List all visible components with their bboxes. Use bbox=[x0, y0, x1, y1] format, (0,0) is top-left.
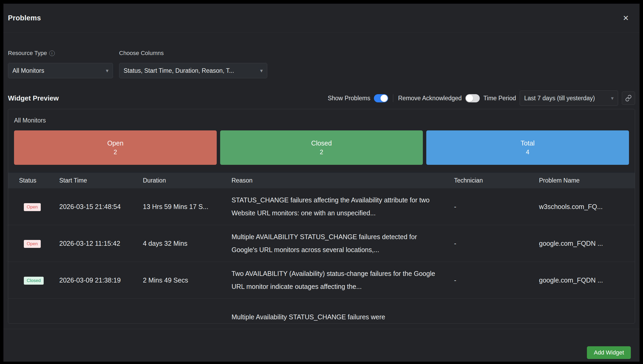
column-header-start-time: Start Time bbox=[59, 177, 143, 184]
close-icon[interactable]: ✕ bbox=[620, 12, 632, 24]
time-period-label: Time Period bbox=[483, 95, 516, 102]
column-header-status: Status bbox=[19, 177, 59, 184]
summary-cards: Open 2 Closed 2 Total 4 bbox=[14, 130, 629, 165]
remove-acknowledged-label: Remove Acknowledged bbox=[398, 95, 461, 102]
form-row: Resource Type i All Monitors ▾ Choose Co… bbox=[8, 50, 635, 78]
panel-title: All Monitors bbox=[8, 109, 635, 124]
show-problems-toggle[interactable] bbox=[374, 94, 388, 102]
table-row[interactable]: Closed 2026-03-09 21:38:19 2 Mins 49 Sec… bbox=[8, 262, 635, 299]
start-time-cell: 2026-03-09 21:38:19 bbox=[59, 276, 143, 284]
card-label: Closed bbox=[311, 139, 332, 147]
technician-cell: - bbox=[454, 240, 539, 247]
reason-cell: Multiple AVAILABILITY STATUS_CHANGE fail… bbox=[232, 230, 454, 256]
card-count: 2 bbox=[320, 149, 323, 156]
card-label: Open bbox=[107, 139, 123, 147]
table-row[interactable]: Open 2026-03-15 21:48:54 13 Hrs 59 Mins … bbox=[8, 188, 635, 225]
total-summary-card[interactable]: Total 4 bbox=[426, 130, 629, 165]
technician-cell: - bbox=[454, 203, 539, 211]
info-icon: i bbox=[49, 51, 55, 56]
card-label: Total bbox=[521, 139, 535, 147]
choose-columns-label-text: Choose Columns bbox=[119, 50, 164, 57]
dialog-title: Problems bbox=[8, 14, 41, 22]
table-row[interactable]: Multiple Availability STATUS_CHANGE fail… bbox=[8, 299, 635, 324]
show-problems-label: Show Problems bbox=[328, 95, 370, 102]
preview-controls: Show Problems Remove Acknowledged Time P… bbox=[328, 90, 635, 106]
remove-acknowledged-toggle[interactable] bbox=[465, 94, 480, 102]
time-period-value: Last 7 days (till yesterday) bbox=[524, 95, 595, 102]
dialog-footer: Add Widget bbox=[3, 329, 640, 362]
choose-columns-field: Choose Columns Status, Start Time, Durat… bbox=[119, 50, 267, 78]
duration-cell: 4 days 32 Mins bbox=[143, 240, 232, 247]
chevron-down-icon: ▾ bbox=[106, 67, 108, 74]
add-widget-button[interactable]: Add Widget bbox=[587, 346, 631, 359]
toggle-knob bbox=[466, 95, 473, 102]
card-count: 2 bbox=[114, 149, 117, 156]
column-header-technician: Technician bbox=[454, 177, 539, 184]
resource-type-label-text: Resource Type bbox=[8, 50, 47, 57]
duration-cell: 2 Mins 49 Secs bbox=[143, 276, 232, 284]
choose-columns-value: Status, Start Time, Duration, Reason, T.… bbox=[124, 67, 234, 74]
table-row[interactable]: Open 2026-03-12 11:15:42 4 days 32 Mins … bbox=[8, 225, 635, 262]
time-period-select[interactable]: Last 7 days (till yesterday) ▾ bbox=[520, 90, 618, 106]
resource-type-select[interactable]: All Monitors ▾ bbox=[8, 63, 113, 78]
reason-cell: Two AVAILABILITY (Availability) status-c… bbox=[232, 267, 454, 293]
duration-cell: 13 Hrs 59 Mins 17 S... bbox=[143, 203, 232, 211]
open-summary-card[interactable]: Open 2 bbox=[14, 130, 217, 165]
status-badge: Closed bbox=[24, 277, 44, 285]
toggle-knob bbox=[381, 95, 388, 102]
resource-type-field: Resource Type i All Monitors ▾ bbox=[8, 50, 113, 78]
preview-bar: Widget Preview Show Problems Remove Ackn… bbox=[8, 90, 635, 106]
table-header: Status Start Time Duration Reason Techni… bbox=[8, 173, 635, 188]
chevron-down-icon: ▾ bbox=[611, 95, 614, 101]
problem-name-cell: google.com_FQDN ... bbox=[539, 276, 628, 284]
resource-type-value: All Monitors bbox=[12, 67, 44, 74]
start-time-cell: 2026-03-15 21:48:54 bbox=[59, 203, 143, 211]
copy-link-button[interactable] bbox=[622, 92, 635, 105]
vertical-divider bbox=[393, 94, 393, 102]
problem-name-cell: w3schools.com_FQ... bbox=[539, 203, 628, 211]
start-time-cell: 2026-03-12 11:15:42 bbox=[59, 240, 143, 247]
column-header-problem-name: Problem Name bbox=[539, 177, 628, 184]
problem-name-cell: google.com_FQDN ... bbox=[539, 240, 628, 247]
problems-dialog: Problems ✕ Resource Type i All Monitors … bbox=[3, 4, 640, 362]
chevron-down-icon: ▾ bbox=[260, 67, 263, 74]
reason-cell: STATUS_CHANGE failures affecting the Ava… bbox=[232, 194, 454, 220]
status-badge: Open bbox=[24, 240, 41, 248]
resource-type-label: Resource Type i bbox=[8, 50, 113, 57]
dialog-header: Problems ✕ bbox=[3, 4, 640, 33]
reason-cell: Multiple Availability STATUS_CHANGE fail… bbox=[232, 311, 454, 324]
dialog-body: Resource Type i All Monitors ▾ Choose Co… bbox=[3, 50, 640, 324]
column-header-duration: Duration bbox=[143, 177, 232, 184]
card-count: 4 bbox=[526, 149, 529, 156]
widget-preview-panel: All Monitors Open 2 Closed 2 Total 4 Sta… bbox=[8, 109, 635, 324]
status-badge: Open bbox=[24, 203, 41, 211]
closed-summary-card[interactable]: Closed 2 bbox=[220, 130, 423, 165]
technician-cell: - bbox=[454, 276, 539, 284]
choose-columns-label: Choose Columns bbox=[119, 50, 267, 57]
widget-preview-heading: Widget Preview bbox=[8, 94, 59, 102]
link-icon bbox=[625, 95, 632, 102]
column-header-reason: Reason bbox=[232, 177, 454, 184]
choose-columns-select[interactable]: Status, Start Time, Duration, Reason, T.… bbox=[119, 63, 267, 78]
